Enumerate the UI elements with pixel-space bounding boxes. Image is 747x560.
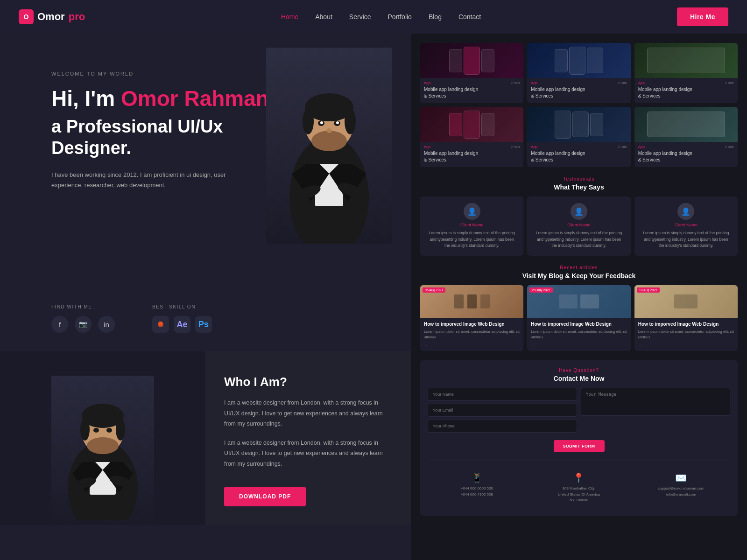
- article-link-1[interactable]: →: [424, 343, 520, 347]
- portfolio-card-5[interactable]: App 2 min Mobile app landing design& Ser…: [527, 107, 630, 167]
- social-icons-group: f 📷 in: [51, 316, 115, 333]
- contact-email: ✉️ support@omorahuman.cominfo@omorali.co…: [632, 468, 730, 508]
- portfolio-time-5: 2 min: [618, 145, 627, 149]
- photoshop-icon[interactable]: Ps: [195, 316, 212, 333]
- email-icon: ✉️: [636, 472, 726, 483]
- testimonial-2: 👤 Client Name Lorem ipsum is simply dumm…: [527, 196, 630, 256]
- portfolio-tag-1: App: [424, 81, 430, 85]
- portfolio-card-6[interactable]: App 2 min Mobile app landing design& Ser…: [634, 107, 738, 167]
- form-right: [581, 388, 730, 433]
- article-title-2: How to imporved Image Web Design: [531, 322, 627, 327]
- portfolio-card-3[interactable]: App 2 min Mobile app landing design& Ser…: [634, 43, 738, 103]
- logo-name-pink: pro: [69, 11, 85, 23]
- article-3[interactable]: 10 Aug 2021 How to imporved Image Web De…: [634, 285, 738, 351]
- about-person-container: [51, 376, 154, 525]
- nav-blog[interactable]: Blog: [429, 13, 442, 21]
- contact-phone-text: +044 000 0000 530+044 000 4900 508: [432, 486, 521, 498]
- testimonials-header: Testimonials What They Says: [420, 176, 738, 191]
- logo-icon: O: [19, 9, 34, 24]
- article-date-2: 29 July 2021: [529, 287, 553, 293]
- svg-point-5: [345, 108, 356, 134]
- nav-home[interactable]: Home: [281, 13, 298, 21]
- portfolio-name-2: Mobile app landing design& Services: [531, 86, 627, 99]
- find-me-label: FIND WITH ME: [51, 304, 115, 309]
- portfolio-name-4: Mobile app landing design& Services: [424, 150, 520, 163]
- divider: [428, 460, 730, 460]
- contact-location: 📍 303 Manhattan City,United States Of Am…: [530, 468, 628, 508]
- portfolio-tag-2: App: [531, 81, 537, 85]
- svg-point-24: [87, 437, 119, 454]
- testimonials-title: What They Says: [420, 183, 738, 191]
- svg-point-10: [336, 121, 339, 124]
- download-pdf-button[interactable]: DOWNLOAD PDF: [224, 487, 306, 506]
- nav-about[interactable]: About: [315, 13, 332, 21]
- portfolio-time-4: 2 min: [511, 145, 520, 149]
- article-link-2[interactable]: →: [531, 343, 627, 347]
- contact-phone: 📱 +044 000 0000 530+044 000 4900 508: [428, 468, 526, 508]
- testimonial-3: 👤 Client Name Lorem ipsum is simply dumm…: [634, 196, 738, 256]
- articles-title: Visit My Blog & Keep Your Feedback: [420, 272, 738, 280]
- portfolio-card-2[interactable]: App 2 min Mobile app landing design& Ser…: [527, 43, 630, 103]
- about-desc-2: I am a website designer from London, wit…: [224, 438, 388, 469]
- facebook-icon[interactable]: f: [51, 316, 68, 333]
- svg-point-6: [311, 131, 347, 151]
- testimonial-avatar-3: 👤: [677, 203, 694, 220]
- portfolio-name-3: Mobile app landing design& Services: [638, 86, 734, 99]
- article-date-1: 05 Aug 2021: [423, 287, 445, 293]
- svg-point-4: [303, 108, 314, 134]
- article-title-3: How to imporved Image Web Design: [638, 322, 734, 327]
- article-2[interactable]: 29 July 2021 How to imporved Image Web D…: [527, 285, 630, 351]
- portfolio-name-5: Mobile app landing design& Services: [531, 150, 627, 163]
- nav-portfolio[interactable]: Portfolio: [388, 13, 412, 21]
- contact-subtitle: Have Question?: [428, 368, 730, 373]
- message-textarea[interactable]: [581, 388, 730, 416]
- figma-icon[interactable]: [152, 316, 169, 333]
- testimonial-name-1: Client Name: [427, 223, 517, 227]
- svg-rect-17: [159, 322, 162, 325]
- instagram-icon[interactable]: 📷: [75, 316, 92, 333]
- portfolio-name-1: Mobile app landing design& Services: [424, 86, 520, 99]
- testimonial-1: 👤 Client Name Lorem ipsum is simply dumm…: [420, 196, 523, 256]
- right-panel: App 2 min Mobile app landing design& Ser…: [411, 34, 747, 560]
- testimonial-text-3: Lorem ipsum is simply dummy text of the …: [641, 230, 731, 249]
- contact-email-text: support@omorahuman.cominfo@omorali.com: [636, 486, 726, 498]
- hero-subtitle-line2: Designer.: [51, 138, 131, 158]
- location-icon: 📍: [535, 472, 624, 483]
- linkedin-icon[interactable]: in: [98, 316, 115, 333]
- testimonial-name-2: Client Name: [534, 223, 624, 227]
- email-input[interactable]: [428, 404, 577, 417]
- portfolio-time-3: 2 min: [725, 81, 734, 85]
- hero-subtitle-line1: a Professional UI/Ux: [51, 117, 223, 136]
- about-photo: [0, 351, 205, 525]
- articles-header: Recent articles Visit My Blog & Keep You…: [420, 265, 738, 280]
- nav-service[interactable]: Service: [349, 13, 371, 21]
- portfolio-card-4[interactable]: App 2 min Mobile app landing design& Ser…: [420, 107, 523, 167]
- portfolio-time-6: 2 min: [725, 145, 734, 149]
- article-1[interactable]: 05 Aug 2021 How to imporved Image Web De…: [420, 285, 523, 351]
- svg-point-11: [326, 128, 332, 133]
- article-link-3[interactable]: →: [638, 343, 734, 347]
- testimonial-avatar-2: 👤: [571, 203, 587, 220]
- hire-me-button[interactable]: Hire Me: [677, 7, 728, 26]
- testimonials-subtitle: Testimonials: [420, 176, 738, 182]
- left-panel: WELCOME TO MY WORLD Hi, I'm Omor Rahman …: [0, 34, 411, 560]
- submit-button[interactable]: SUBMIT FORM: [554, 440, 605, 452]
- nav-contact[interactable]: Contact: [458, 13, 481, 21]
- logo[interactable]: O Omorpro: [19, 9, 85, 24]
- article-title-1: How to imporved Image Web Design: [424, 322, 520, 327]
- contact-section: Have Question? Contact Me Now SUBMIT FOR…: [420, 360, 738, 516]
- about-section: Who I Am? I am a website designer from L…: [0, 351, 411, 525]
- portfolio-name-6: Mobile app landing design& Services: [638, 150, 734, 163]
- articles-grid: 05 Aug 2021 How to imporved Image Web De…: [420, 285, 738, 351]
- article-desc-3: Lorem ipsum dolor sit amet, consectetur …: [638, 329, 734, 340]
- contact-info: 📱 +044 000 0000 530+044 000 4900 508 📍 3…: [428, 468, 730, 508]
- hero-photo: [266, 48, 392, 244]
- after-effects-icon[interactable]: Ae: [174, 316, 190, 333]
- hero-description: I have been working since 2012. I am pro…: [51, 170, 229, 190]
- name-input[interactable]: [428, 388, 577, 401]
- portfolio-card-1[interactable]: App 2 min Mobile app landing design& Ser…: [420, 43, 523, 103]
- social-skills-section: FIND WITH ME f 📷 in BEST SKILL ON Ae Ps: [0, 304, 411, 347]
- nav-links: Home About Service Portfolio Blog Contac…: [281, 13, 481, 21]
- phone-input[interactable]: [428, 420, 577, 433]
- portfolio-grid: App 2 min Mobile app landing design& Ser…: [420, 43, 738, 167]
